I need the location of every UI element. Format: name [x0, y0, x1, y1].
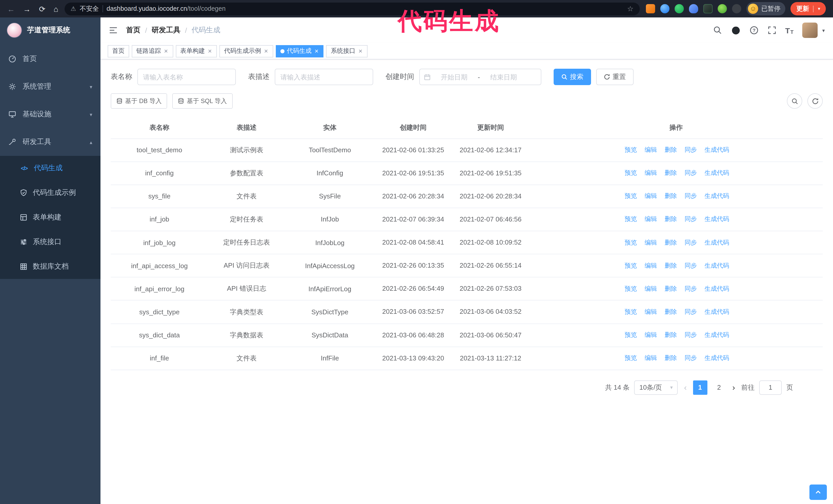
sidebar-item-devtools[interactable]: 研发工具 ▴	[0, 128, 100, 156]
sidebar-item-infra[interactable]: 基础设施 ▾	[0, 100, 100, 128]
sync-link[interactable]: 同步	[683, 215, 697, 224]
sync-link[interactable]: 同步	[683, 238, 697, 247]
prev-page-button[interactable]: ‹	[683, 383, 688, 392]
preview-link[interactable]: 预览	[623, 285, 637, 293]
sidebar-item-form-builder[interactable]: 表单构建	[0, 205, 100, 230]
generate-code-link[interactable]: 生成代码	[703, 308, 729, 316]
generate-code-link[interactable]: 生成代码	[703, 192, 729, 201]
home-icon[interactable]: ⌂	[53, 5, 58, 13]
extension-icon-people[interactable]	[689, 4, 698, 13]
fullscreen-icon[interactable]	[767, 26, 776, 35]
delete-link[interactable]: 删除	[663, 192, 677, 201]
close-icon[interactable]: ×	[164, 48, 168, 54]
sync-link[interactable]: 同步	[683, 354, 697, 363]
forward-icon[interactable]: →	[23, 5, 31, 13]
page-2-button[interactable]: 2	[712, 380, 726, 395]
breadcrumb-devtools[interactable]: 研发工具	[152, 26, 181, 35]
sync-link[interactable]: 同步	[683, 262, 697, 270]
sidebar-toggle[interactable]	[109, 26, 118, 35]
preview-link[interactable]: 预览	[623, 146, 637, 154]
bookmark-star-icon[interactable]: ☆	[627, 5, 634, 13]
sync-link[interactable]: 同步	[683, 331, 697, 339]
tab-codegen[interactable]: 代码生成×	[276, 45, 324, 57]
edit-link[interactable]: 编辑	[643, 308, 657, 316]
preview-link[interactable]: 预览	[623, 308, 637, 316]
import-db-button[interactable]: 基于 DB 导入	[111, 93, 167, 109]
preview-link[interactable]: 预览	[623, 262, 637, 270]
close-icon[interactable]: ×	[263, 48, 268, 54]
edit-link[interactable]: 编辑	[643, 192, 657, 201]
tab-system-api[interactable]: 系统接口×	[326, 45, 367, 57]
delete-link[interactable]: 删除	[663, 169, 677, 177]
reload-icon[interactable]: ⟳	[39, 5, 45, 13]
page-1-button[interactable]: 1	[693, 380, 707, 395]
preview-link[interactable]: 预览	[623, 354, 637, 363]
back-icon[interactable]: ←	[7, 5, 15, 13]
close-icon[interactable]: ×	[314, 48, 319, 54]
delete-link[interactable]: 删除	[663, 146, 677, 154]
toggle-search-button[interactable]	[787, 93, 802, 109]
date-start-input[interactable]	[433, 73, 476, 81]
preview-link[interactable]: 预览	[623, 238, 637, 247]
delete-link[interactable]: 删除	[663, 354, 677, 363]
font-size-icon[interactable]: TT	[785, 26, 793, 34]
import-sql-button[interactable]: 基于 SQL 导入	[172, 93, 233, 109]
generate-code-link[interactable]: 生成代码	[703, 238, 729, 247]
delete-link[interactable]: 删除	[663, 285, 677, 293]
generate-code-link[interactable]: 生成代码	[703, 331, 729, 339]
update-button[interactable]: 更新 ▾	[791, 2, 826, 16]
preview-link[interactable]: 预览	[623, 331, 637, 339]
edit-link[interactable]: 编辑	[643, 238, 657, 247]
generate-code-link[interactable]: 生成代码	[703, 285, 729, 293]
sync-link[interactable]: 同步	[683, 146, 697, 154]
sidebar-item-system[interactable]: 系统管理 ▾	[0, 73, 100, 100]
delete-link[interactable]: 删除	[663, 238, 677, 247]
generate-code-link[interactable]: 生成代码	[703, 354, 729, 363]
edit-link[interactable]: 编辑	[643, 169, 657, 177]
preview-link[interactable]: 预览	[623, 169, 637, 177]
chevron-down-icon[interactable]: ▾	[822, 27, 825, 33]
extension-icon-screenshot[interactable]	[703, 4, 713, 13]
extension-icon-leaf[interactable]	[718, 4, 727, 13]
edit-link[interactable]: 编辑	[643, 215, 657, 224]
goto-page-input[interactable]	[759, 380, 782, 395]
search-button[interactable]: 搜索	[554, 69, 591, 85]
extension-icon-green-check[interactable]	[674, 4, 684, 13]
sync-link[interactable]: 同步	[683, 169, 697, 177]
delete-link[interactable]: 删除	[663, 215, 677, 224]
page-size-select[interactable]: 10条/页 ▾	[634, 380, 678, 395]
chevron-down-icon[interactable]: ▾	[818, 6, 820, 11]
create-time-range[interactable]: -	[419, 69, 541, 85]
edit-link[interactable]: 编辑	[643, 146, 657, 154]
delete-link[interactable]: 删除	[663, 331, 677, 339]
refresh-table-button[interactable]	[807, 93, 823, 109]
sync-link[interactable]: 同步	[683, 308, 697, 316]
tab-form-builder[interactable]: 表单构建×	[175, 45, 217, 57]
edit-link[interactable]: 编辑	[643, 262, 657, 270]
preview-link[interactable]: 预览	[623, 215, 637, 224]
sidebar-item-home[interactable]: 首页	[0, 45, 100, 73]
close-icon[interactable]: ×	[358, 48, 363, 54]
sidebar-item-db-doc[interactable]: 数据库文档	[0, 254, 100, 279]
extension-icon-orange[interactable]	[646, 4, 655, 13]
edit-link[interactable]: 编辑	[643, 285, 657, 293]
back-to-top-button[interactable]	[809, 484, 827, 500]
reset-button[interactable]: 重置	[596, 69, 634, 85]
preview-link[interactable]: 预览	[623, 192, 637, 201]
tab-trace[interactable]: 链路追踪×	[132, 45, 173, 57]
edit-link[interactable]: 编辑	[643, 331, 657, 339]
breadcrumb-home[interactable]: 首页	[126, 26, 140, 35]
edit-link[interactable]: 编辑	[643, 354, 657, 363]
address-bar[interactable]: ⚠ 不安全 dashboard.yudao.iocoder.cn/tool/co…	[64, 2, 640, 15]
table-name-input[interactable]	[137, 69, 236, 85]
search-icon[interactable]	[713, 26, 722, 35]
generate-code-link[interactable]: 生成代码	[703, 169, 729, 177]
user-avatar[interactable]	[802, 23, 818, 38]
sidebar-item-codegen-example[interactable]: 代码生成示例	[0, 181, 100, 205]
extensions-puzzle-icon[interactable]	[732, 4, 741, 13]
sidebar-item-system-api[interactable]: 系统接口	[0, 230, 100, 254]
extension-icon-blue-drop[interactable]	[660, 4, 669, 13]
date-end-input[interactable]	[482, 73, 525, 81]
delete-link[interactable]: 删除	[663, 262, 677, 270]
github-icon[interactable]	[731, 25, 740, 35]
